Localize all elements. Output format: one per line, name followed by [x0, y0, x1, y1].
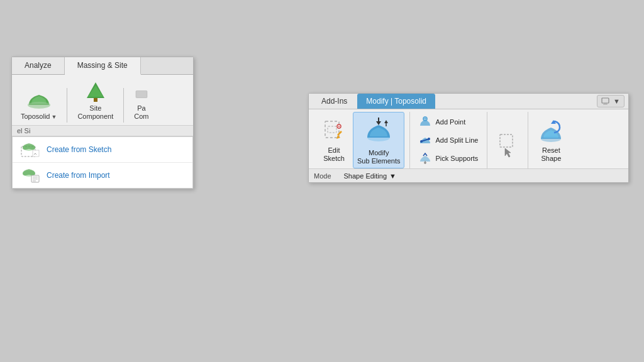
- cursor-icon: [499, 132, 516, 160]
- svg-rect-4: [94, 98, 97, 102]
- shape-editing-dropdown-arrow: ▼: [389, 172, 396, 180]
- svg-line-19: [338, 131, 341, 135]
- edit-sketch-icon: [323, 118, 345, 145]
- dropdown-list: Create from Sketch Create from Import: [12, 136, 193, 189]
- svg-rect-14: [602, 98, 609, 103]
- add-split-line-label: Add Split Line: [435, 136, 478, 145]
- add-split-line-icon: [419, 134, 431, 146]
- quick-access-icon[interactable]: ▼: [597, 95, 625, 107]
- site-component-tool[interactable]: SiteComponent: [74, 79, 117, 123]
- pick-supports-label: Pick Supports: [435, 155, 478, 163]
- site-component-label: SiteComponent: [77, 104, 113, 121]
- toposolid-icon: [26, 89, 52, 111]
- svg-marker-26: [376, 121, 381, 125]
- svg-point-1: [28, 102, 50, 108]
- add-point-label: Add Point: [435, 118, 465, 126]
- tab-massing-site[interactable]: Massing & Site: [65, 57, 141, 75]
- svg-marker-28: [384, 120, 388, 123]
- reset-shape-icon: [537, 118, 565, 145]
- svg-marker-3: [88, 85, 103, 97]
- add-point-icon: [419, 116, 431, 128]
- mode-footer-section: Mode: [314, 172, 331, 180]
- tab-modify-toposolid[interactable]: Modify | Toposolid: [357, 94, 435, 109]
- svg-point-34: [428, 138, 430, 140]
- mode-footer-label: Mode: [314, 172, 331, 180]
- monitor-icon: [601, 97, 611, 105]
- create-import-icon: [20, 167, 40, 184]
- create-from-sketch-item[interactable]: Create from Sketch: [13, 137, 192, 163]
- svg-rect-5: [136, 90, 147, 97]
- edit-sketch-button[interactable]: EditSketch: [318, 115, 350, 165]
- tab-bar-left: Analyze Massing & Site: [12, 57, 193, 75]
- create-from-import-item[interactable]: Create from Import: [13, 163, 192, 188]
- ribbon-content: EditSketch ModifySub Elements: [309, 109, 628, 168]
- modify-sub-elements-label: ModifySub Elements: [357, 149, 400, 165]
- ribbon-group-cursor: [487, 112, 528, 168]
- edit-sketch-label: EditSketch: [323, 146, 345, 163]
- ribbon-group-shape-editing: Add Point Add Split Line: [410, 112, 487, 168]
- shape-editing-footer-label: Shape Editing: [344, 172, 387, 180]
- right-panel: Add-Ins Modify | Toposolid ▼: [308, 93, 629, 183]
- svg-rect-12: [33, 178, 38, 180]
- svg-rect-17: [325, 121, 339, 138]
- svg-rect-8: [33, 150, 39, 156]
- partial-tool-icon: [135, 85, 148, 103]
- site-component-icon: [84, 80, 107, 103]
- partial-tool[interactable]: PaCom: [130, 84, 152, 123]
- section-label: el Si: [12, 126, 193, 136]
- left-panel: Analyze Massing & Site Toposolid ▼: [11, 57, 194, 189]
- toposolid-label: Toposolid: [21, 112, 50, 121]
- create-from-sketch-label: Create from Sketch: [47, 145, 111, 154]
- ribbon-group-reset: ResetShape: [528, 112, 574, 168]
- dropdown-arrow-right: ▼: [613, 97, 620, 105]
- tab-add-ins[interactable]: Add-Ins: [313, 94, 356, 109]
- tab-analyze[interactable]: Analyze: [12, 57, 65, 74]
- separator-2: [123, 88, 124, 123]
- tab-bar-right: Add-Ins Modify | Toposolid ▼: [309, 94, 628, 109]
- shape-editing-dropdown[interactable]: Shape Editing ▼: [344, 172, 396, 180]
- ribbon-group-mode: EditSketch ModifySub Elements: [313, 112, 410, 168]
- shape-editing-small-group: Add Point Add Split Line: [415, 114, 482, 167]
- reset-shape-button[interactable]: ResetShape: [533, 115, 569, 165]
- svg-marker-38: [505, 148, 511, 157]
- left-toolbar-row: Toposolid ▼ SiteComponent PaCom: [12, 75, 193, 126]
- svg-rect-13: [33, 180, 36, 182]
- add-point-button[interactable]: Add Point: [415, 114, 482, 130]
- modify-sub-elements-button[interactable]: ModifySub Elements: [353, 112, 404, 168]
- create-from-import-label: Create from Import: [47, 171, 110, 180]
- svg-marker-20: [336, 135, 340, 139]
- svg-rect-18: [328, 126, 336, 133]
- partial-tool-label: PaCom: [134, 104, 148, 121]
- svg-rect-11: [33, 177, 38, 178]
- toposolid-tool[interactable]: Toposolid ▼: [17, 87, 60, 123]
- add-split-line-button[interactable]: Add Split Line: [415, 132, 482, 148]
- svg-point-33: [420, 140, 423, 143]
- create-sketch-icon: [20, 141, 40, 158]
- ribbon-footer: Mode Shape Editing ▼: [309, 168, 628, 182]
- toposolid-dropdown-arrow: ▼: [51, 114, 57, 120]
- pick-supports-button[interactable]: Pick Supports: [415, 150, 482, 167]
- cursor-button[interactable]: [491, 118, 524, 162]
- reset-shape-label: ResetShape: [541, 146, 561, 163]
- svg-rect-37: [500, 134, 513, 147]
- pick-supports-icon: [419, 152, 431, 165]
- modify-sub-elements-icon: [364, 115, 394, 148]
- separator-1: [67, 88, 67, 123]
- svg-rect-15: [604, 103, 607, 104]
- svg-rect-16: [603, 104, 608, 105]
